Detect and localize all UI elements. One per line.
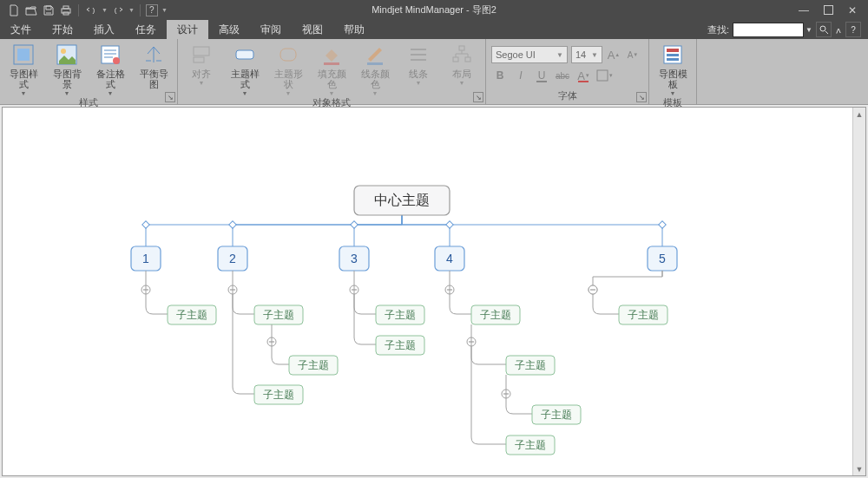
svg-rect-3	[824, 6, 832, 15]
new-file-icon[interactable]	[7, 3, 21, 17]
svg-rect-27	[351, 221, 358, 228]
map-canvas[interactable]: 中心主题 1 子主题 2 子主题 子主题 子主题 3 子主题 子主题 4 子主题…	[2, 107, 866, 476]
redo-icon[interactable]	[111, 3, 125, 17]
svg-rect-14	[280, 49, 296, 61]
topic-2-node[interactable]: 2	[218, 246, 247, 271]
subtopic-node[interactable]: 子主题	[506, 435, 555, 455]
subtopic-node[interactable]: 子主题	[289, 356, 338, 375]
topic-4-node[interactable]: 4	[435, 246, 464, 271]
svg-rect-11	[194, 47, 209, 56]
lines-button: 线条 ▼	[400, 43, 437, 86]
save-icon[interactable]	[42, 3, 56, 17]
svg-rect-16	[367, 62, 383, 65]
subtopic-node[interactable]: 子主题	[254, 305, 303, 324]
tab-review[interactable]: 审阅	[250, 20, 292, 40]
subtopic-node[interactable]: 子主题	[506, 356, 555, 375]
main-menu-bar: 文件 开始 插入 任务 设计 高级 审阅 视图 帮助 查找: ▼ ʌ ?	[0, 20, 868, 39]
topic-style-button[interactable]: 主题样式 ▼	[227, 43, 263, 96]
font-family-select[interactable]: Segoe UI▼	[491, 46, 568, 63]
svg-rect-28	[446, 221, 453, 228]
scroll-down-icon[interactable]: ▼	[853, 462, 865, 475]
ribbon-group-template: 导图模板 ▼ 模板	[649, 39, 697, 104]
qat-customize-icon[interactable]: ▼	[161, 7, 168, 13]
minimize-icon[interactable]: —	[797, 3, 811, 17]
tab-home[interactable]: 开始	[42, 20, 83, 40]
layout-button: 布局 ▼	[444, 43, 480, 86]
topic-5-node[interactable]: 5	[648, 246, 677, 271]
undo-dropdown-icon[interactable]: ▼	[102, 7, 108, 13]
svg-text:3: 3	[351, 252, 358, 265]
style-launcher-icon[interactable]: ↘	[165, 92, 175, 102]
ribbon-group-style: 导图样式 ▼ 导图背景 ▼ 备注格式 ▼ 平衡导图 样式 ↘	[0, 39, 178, 104]
balance-icon	[141, 43, 166, 67]
svg-text:子主题: 子主题	[298, 359, 329, 371]
svg-text:子主题: 子主题	[176, 309, 207, 321]
svg-text:子主题: 子主题	[541, 409, 572, 421]
topic-shape-button: 主题形状 ▼	[270, 43, 306, 96]
subtopic-node[interactable]: 子主题	[376, 305, 424, 324]
subtopic-node[interactable]: 子主题	[532, 405, 581, 424]
balance-map-button[interactable]: 平衡导图	[135, 43, 172, 89]
subtopic-node[interactable]: 子主题	[254, 385, 303, 404]
tab-view[interactable]: 视图	[292, 20, 333, 40]
map-styles-button[interactable]: 导图样式 ▼	[5, 43, 42, 96]
svg-text:5: 5	[659, 252, 666, 265]
maximize-icon[interactable]	[821, 3, 835, 17]
tab-design[interactable]: 设计	[167, 20, 208, 40]
undo-icon[interactable]	[84, 3, 98, 17]
open-file-icon[interactable]	[24, 3, 38, 17]
subtopic-node[interactable]: 子主题	[376, 336, 424, 355]
note-style-icon	[98, 43, 122, 67]
shrink-font-icon: A▼	[625, 46, 641, 63]
tab-task[interactable]: 任务	[125, 20, 167, 40]
font-size-select[interactable]: 14▼	[571, 46, 602, 63]
svg-rect-13	[236, 50, 253, 59]
help-button-icon[interactable]: ?	[845, 22, 861, 37]
redo-dropdown-icon[interactable]: ▼	[128, 7, 135, 13]
quick-access-toolbar: ▼ ▼ ? ▼	[0, 3, 174, 17]
window-title: Mindjet MindManager - 导图2	[372, 3, 496, 16]
italic-icon: I	[512, 67, 529, 84]
map-background-button[interactable]: 导图背景 ▼	[49, 43, 85, 96]
mind-map: 中心主题 1 子主题 2 子主题 子主题 子主题 3 子主题 子主题 4 子主题…	[3, 108, 865, 475]
ribbon-group-object-format: 对齐 ▼ 主题样式 ▼ 主题形状 ▼ 填充颜色 ▼ 线条颜色 ▼	[178, 39, 486, 104]
background-icon	[55, 43, 79, 67]
vertical-scrollbar[interactable]: ▲ ▼	[852, 108, 865, 475]
central-topic-node[interactable]: 中心主题	[354, 186, 450, 215]
svg-point-8	[61, 49, 66, 54]
svg-rect-12	[194, 57, 204, 62]
close-icon[interactable]: ✕	[845, 3, 859, 17]
tab-insert[interactable]: 插入	[83, 20, 125, 40]
map-template-button[interactable]: 导图模板 ▼	[654, 43, 691, 96]
svg-rect-26	[229, 221, 236, 228]
svg-rect-29	[659, 221, 666, 228]
svg-rect-1	[63, 6, 69, 9]
svg-text:4: 4	[446, 252, 453, 265]
svg-text:子主题: 子主题	[480, 309, 511, 321]
subtopic-node[interactable]: 子主题	[619, 305, 667, 324]
collapse-ribbon-icon[interactable]: ʌ	[833, 22, 844, 37]
search-input[interactable]	[733, 23, 804, 37]
search-go-icon[interactable]	[816, 22, 832, 37]
help-icon[interactable]: ?	[146, 4, 158, 16]
topic-3-node[interactable]: 3	[339, 246, 369, 271]
search-area: 查找: ▼ ʌ ?	[707, 22, 868, 37]
print-icon[interactable]	[59, 3, 73, 17]
note-styles-button[interactable]: 备注格式 ▼	[92, 43, 128, 96]
title-bar: ▼ ▼ ? ▼ Mindjet MindManager - 导图2 — ✕	[0, 0, 868, 20]
tab-file[interactable]: 文件	[0, 20, 42, 40]
svg-rect-6	[17, 49, 30, 61]
subtopic-node[interactable]: 子主题	[168, 305, 216, 324]
fill-color-button: 填充颜色 ▼	[313, 43, 350, 96]
template-icon	[661, 43, 685, 67]
font-launcher-icon[interactable]: ↘	[636, 92, 647, 102]
align-icon	[189, 43, 214, 67]
topic-1-node[interactable]: 1	[131, 246, 161, 271]
tab-advanced[interactable]: 高级	[208, 20, 250, 40]
objfmt-launcher-icon[interactable]: ↘	[473, 92, 483, 102]
subtopic-node[interactable]: 子主题	[471, 305, 520, 324]
tab-help[interactable]: 帮助	[333, 20, 375, 40]
scroll-up-icon[interactable]: ▲	[853, 108, 865, 121]
svg-rect-19	[465, 57, 470, 62]
svg-text:子主题: 子主题	[515, 439, 546, 451]
